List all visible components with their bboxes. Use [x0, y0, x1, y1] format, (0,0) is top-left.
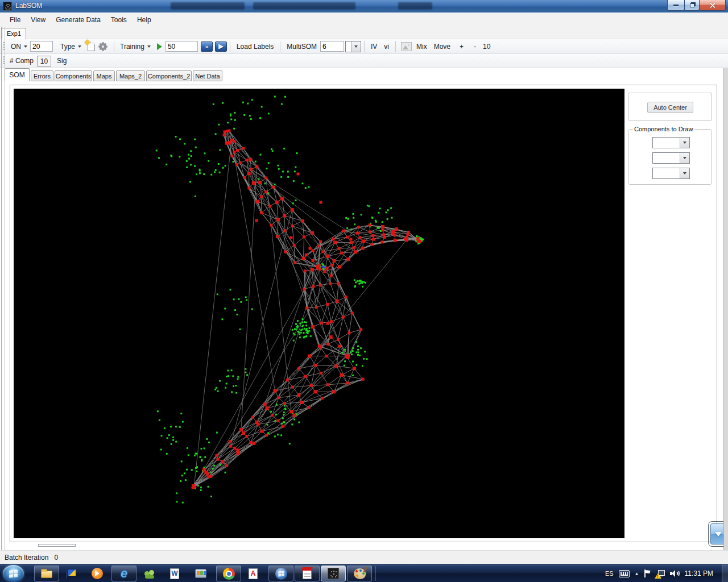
fast-forward-button[interactable]: » — [201, 41, 213, 52]
show-desktop-button[interactable] — [722, 564, 728, 582]
close-button[interactable] — [699, 0, 726, 11]
taskbar-separator — [375, 566, 376, 581]
taskbar-chrome-button[interactable] — [216, 566, 241, 581]
taskbar-labsom-button[interactable] — [321, 566, 346, 581]
client-edge-left — [5, 27, 5, 550]
training-dropdown-button[interactable]: Training — [117, 41, 154, 52]
taskbar-remote-desktop-button[interactable] — [192, 566, 209, 581]
tab-maps-2[interactable]: Maps_2 — [116, 70, 145, 81]
load-labels-button[interactable]: Load Labels — [233, 41, 277, 52]
background-window-artifact — [253, 2, 355, 10]
multisom-label: MultiSOM — [283, 41, 320, 52]
minimize-button[interactable] — [667, 0, 685, 11]
taskbar-explorer-button[interactable] — [34, 566, 59, 581]
menu-generate-data[interactable]: Generate Data — [51, 14, 106, 26]
taskbar-acrobat-button[interactable]: A — [245, 566, 262, 581]
taskbar: e W A ES ▲ 11:31 PM — [0, 564, 728, 582]
chevron-down-icon — [78, 45, 81, 48]
taskbar-media-player-button[interactable] — [89, 566, 106, 581]
menu-tools[interactable]: Tools — [106, 14, 132, 26]
menubar: File View Generate Data Tools Help — [0, 13, 728, 27]
iterations-input[interactable] — [166, 41, 198, 52]
tab-maps[interactable]: Maps — [93, 70, 115, 81]
taskbar-paint-button[interactable] — [347, 566, 372, 581]
system-tray: ES ▲ 11:31 PM — [605, 564, 713, 582]
new-file-icon[interactable] — [88, 42, 95, 51]
clock[interactable]: 11:31 PM — [685, 569, 713, 577]
menu-help[interactable]: Help — [132, 14, 156, 26]
iv-button[interactable]: IV — [367, 41, 380, 52]
component-dropdown-1[interactable] — [652, 137, 690, 148]
taskbar-internet-explorer-button[interactable]: e — [111, 566, 136, 581]
tab-components-2[interactable]: Components_2 — [146, 70, 192, 81]
taskbar-messenger-button[interactable] — [63, 566, 80, 581]
restore-button[interactable] — [684, 0, 700, 11]
labsom-app-icon — [328, 568, 339, 579]
tab-som[interactable]: SOM — [5, 68, 30, 81]
tab-errors[interactable]: Errors — [31, 70, 53, 81]
action-center-flag-icon[interactable] — [644, 569, 651, 577]
warning-triangle-icon — [655, 573, 661, 579]
multisom-input[interactable] — [320, 41, 344, 52]
sig-label[interactable]: Sig — [57, 57, 67, 65]
menu-file[interactable]: File — [5, 14, 26, 26]
language-indicator[interactable]: ES — [605, 570, 614, 577]
window-border-right — [723, 68, 724, 550]
type-dropdown-button[interactable]: Type — [57, 41, 84, 52]
mix-button[interactable]: Mix — [413, 41, 431, 52]
taskbar-notes-button[interactable] — [295, 566, 320, 581]
on-dropdown-button[interactable]: ON — [8, 41, 30, 52]
restore-icon — [690, 3, 694, 7]
window-controls — [668, 0, 726, 11]
taskbar-contacts-button[interactable] — [141, 566, 158, 581]
image-button-disabled[interactable] — [401, 42, 412, 51]
multisom-combobox[interactable] — [345, 41, 361, 52]
hidden-icons-arrow[interactable]: ▲ — [635, 571, 639, 576]
titlebar: LabSOM — [0, 0, 728, 13]
batch-iteration-label: Batch Iteration — [5, 554, 48, 562]
vi-button[interactable]: vi — [380, 41, 392, 52]
som-canvas[interactable] — [14, 89, 624, 538]
tab-components[interactable]: Components — [55, 70, 92, 81]
red-notebook-icon — [303, 568, 312, 579]
chrome-icon — [223, 568, 235, 580]
palette-icon — [354, 568, 366, 579]
combo-dropdown-button[interactable] — [680, 153, 689, 163]
component-dropdown-3[interactable] — [652, 168, 690, 179]
combo-dropdown-button[interactable] — [351, 41, 361, 52]
main-toolbar: ON Type Training » ▶ Load Labels MultiSO… — [0, 39, 728, 54]
zoom-out-button[interactable]: - — [470, 41, 479, 52]
chevron-down-icon — [683, 142, 686, 144]
taskbar-media-center-button[interactable] — [268, 566, 293, 581]
batch-iteration-value: 0 — [54, 554, 58, 562]
horizontal-scrollbar-stub[interactable] — [38, 544, 76, 547]
step-run-button[interactable]: ▶ — [215, 41, 227, 52]
comp-label: # Comp — [10, 57, 34, 65]
start-button[interactable] — [3, 565, 24, 582]
toolbar-separator — [280, 41, 280, 52]
app-icon — [3, 2, 12, 11]
chevron-down-icon — [683, 157, 686, 159]
sparkle-icon — [85, 39, 90, 45]
auto-center-button[interactable]: Auto Center — [647, 102, 693, 113]
labsom-window: LabSOM File View Generate Data Tools Hel… — [0, 0, 728, 582]
on-value-input[interactable] — [30, 41, 53, 52]
tab-exp1[interactable]: Exp1 — [2, 28, 26, 39]
keyboard-icon[interactable] — [619, 570, 630, 577]
network-warning-icon[interactable] — [656, 570, 665, 577]
comp-value-box[interactable]: 10 — [37, 56, 51, 66]
combo-dropdown-button[interactable] — [680, 168, 689, 178]
combo-dropdown-button[interactable] — [680, 138, 689, 148]
folder-icon — [41, 571, 52, 578]
component-dropdown-2[interactable] — [652, 152, 690, 164]
zoom-in-button[interactable]: + — [456, 41, 467, 52]
move-button[interactable]: Move — [431, 41, 454, 52]
gear-icon[interactable] — [100, 43, 106, 50]
type-label: Type — [60, 43, 75, 51]
play-icon[interactable] — [157, 43, 162, 50]
volume-icon[interactable] — [670, 569, 680, 577]
menu-view[interactable]: View — [26, 14, 51, 26]
taskbar-word-button[interactable]: W — [166, 566, 183, 581]
window-title: LabSOM — [15, 0, 42, 12]
tab-net-data[interactable]: Net Data — [193, 70, 222, 81]
